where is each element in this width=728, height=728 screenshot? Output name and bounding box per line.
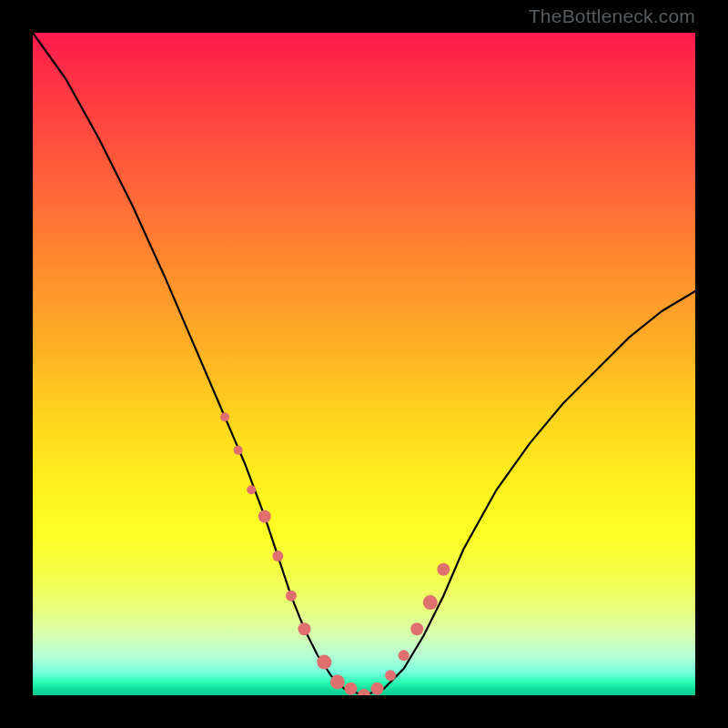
marker-dot [272,551,283,561]
marker-dot [385,670,396,681]
marker-dot [423,595,438,610]
marker-dot [247,485,256,494]
marker-dot [358,689,370,695]
marker-dot [437,563,450,576]
marker-dot [410,622,423,635]
marker-dot [286,591,297,602]
marker-dot [258,510,271,522]
watermark-text: TheBottleneck.com [529,5,695,27]
marker-dot [371,682,384,695]
marker-dot [317,655,331,670]
chart-frame: TheBottleneck.com [0,0,728,728]
marker-dot [220,412,229,421]
marker-dot [234,446,243,455]
marker-dot [330,674,345,689]
marker-dot [298,622,310,635]
curve-line [33,33,695,695]
plot-area [33,33,695,695]
marker-dot [344,682,357,695]
marker-group [220,412,450,695]
marker-dot [399,650,410,661]
chart-svg [33,33,695,695]
